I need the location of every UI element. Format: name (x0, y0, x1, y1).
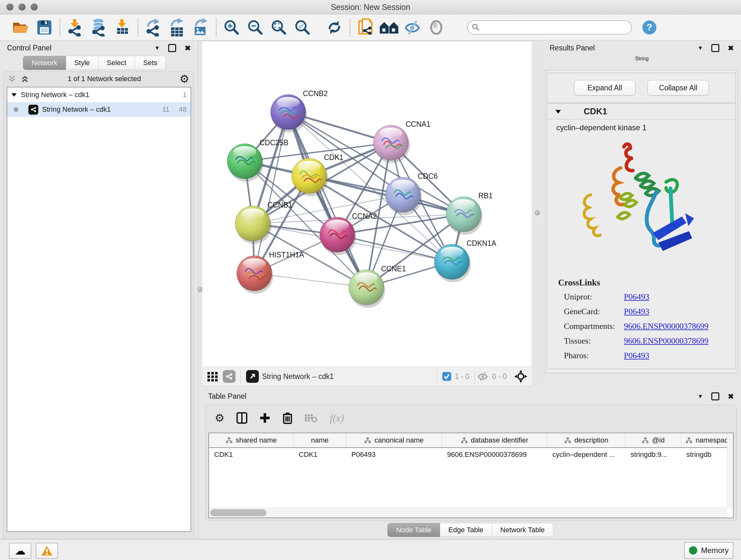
main-toolbar: ? (0, 14, 741, 41)
export-table-icon (169, 18, 186, 37)
table-row[interactable]: CDK1CDK1P064939606.ENSP00000378699cyclin… (209, 448, 733, 461)
crosslink-link[interactable]: P06493 (624, 351, 649, 361)
memory-button[interactable]: Memory (684, 542, 733, 559)
import-network-button[interactable] (64, 16, 87, 39)
scrollbar-thumb[interactable] (210, 509, 266, 516)
column-tree-icon (226, 437, 232, 443)
clone-network-button[interactable] (354, 16, 377, 39)
network-node-HIST1H1A[interactable]: HIST1H1A (237, 251, 305, 294)
expand-all-icon[interactable] (21, 75, 29, 83)
column-header-database-identifier[interactable]: database identifier (442, 433, 547, 447)
export-network-button[interactable] (142, 16, 165, 39)
right-splitter-handle[interactable] (535, 210, 540, 215)
export-image-button[interactable] (189, 16, 212, 39)
zoom-selected-button[interactable] (291, 16, 314, 39)
delete-column-icon[interactable] (282, 412, 293, 424)
network-overview-button[interactable] (377, 16, 401, 39)
table-options-gear-icon[interactable]: ⚙ (215, 413, 224, 423)
panel-close-icon[interactable]: ✖ (185, 44, 191, 52)
selected-nodes-checkbox-icon[interactable] (442, 372, 452, 381)
collapse-all-icon[interactable] (8, 75, 16, 83)
network-node-CCNA1[interactable]: CCNA1 (374, 120, 430, 163)
network-node-CCNB2[interactable]: CCNB2 (271, 89, 328, 132)
network-node-RB1[interactable]: RB1 (446, 192, 493, 235)
column-header-label: @id (652, 436, 664, 444)
node-label-CCNA1: CCNA1 (406, 120, 430, 128)
crosslink-link[interactable]: P06493 (624, 307, 649, 316)
network-node-CCNA2[interactable]: CCNA2 (320, 212, 377, 255)
tree-expand-icon[interactable] (11, 92, 17, 97)
tab-select[interactable]: Select (98, 56, 135, 70)
export-image-icon (192, 18, 209, 37)
network-row[interactable]: String Network – cdk1 11 48 (7, 102, 191, 117)
panel-close-icon[interactable]: ✖ (728, 393, 734, 400)
export-table-button[interactable] (165, 16, 189, 39)
crosslink-link[interactable]: P06493 (624, 292, 649, 302)
birds-eye-crosshair-icon[interactable] (515, 370, 527, 383)
network-node-CDC25B[interactable]: CDC25B (227, 138, 288, 182)
table-cell: stringdb (681, 448, 734, 461)
delete-table-icon (305, 413, 318, 423)
detach-view-icon[interactable] (246, 370, 259, 383)
hide-graphics-details-button[interactable] (401, 16, 424, 39)
save-session-button[interactable] (32, 16, 56, 39)
panel-float-icon[interactable] (711, 44, 719, 52)
tab-edge-table[interactable]: Edge Table (440, 523, 492, 537)
crosslink-row: Uniprot:P06493 (564, 290, 736, 304)
zoom-fit-button[interactable] (267, 16, 291, 39)
network-collection-row[interactable]: String Network – cdk1 1 (7, 87, 191, 102)
gene-collapse-icon[interactable] (555, 109, 561, 114)
network-list-panel: 1 of 1 Network selected ⚙ String Network… (3, 71, 194, 560)
panel-close-icon[interactable]: ✖ (728, 44, 734, 52)
crosslink-link[interactable]: 9606.ENSP00000378699 (624, 336, 709, 346)
apply-layout-button[interactable] (323, 16, 346, 39)
collapse-all-button[interactable]: Collapse All (648, 80, 709, 96)
import-network-from-database-button[interactable] (87, 16, 111, 39)
grid-view-icon[interactable] (207, 371, 218, 382)
network-edge-CCNB2-HIST1H1A[interactable] (254, 112, 288, 273)
title-bar: Session: New Session (0, 0, 741, 14)
hidden-eye-slash-icon[interactable] (477, 372, 489, 381)
tab-network[interactable]: Network (23, 56, 66, 70)
left-splitter-handle[interactable] (197, 287, 203, 292)
open-session-button[interactable] (9, 16, 32, 39)
zoom-in-button[interactable] (220, 16, 244, 39)
results-panel: Results Panel ▼ ✖ String Expand All Coll… (542, 41, 741, 386)
panel-float-icon[interactable] (168, 44, 176, 52)
panel-menu-icon[interactable]: ▼ (154, 45, 160, 51)
tab-sets[interactable]: Sets (135, 56, 166, 70)
help-button[interactable]: ? (637, 16, 661, 39)
column-header-namespace[interactable]: namespace (681, 433, 734, 447)
column-header-name[interactable]: name (293, 433, 346, 447)
panel-float-icon[interactable] (711, 392, 719, 400)
add-column-icon[interactable] (259, 413, 270, 423)
column-header-shared-name[interactable]: shared name (209, 433, 293, 447)
network-node-CDC6[interactable]: CDC6 (386, 172, 438, 215)
panel-menu-icon[interactable]: ▼ (697, 394, 703, 399)
tab-string[interactable]: String (635, 56, 649, 62)
network-options-gear-icon[interactable]: ⚙ (180, 73, 189, 84)
cloud-status-button[interactable]: ☁ (9, 543, 31, 559)
network-edge-CCNB2-CCNE1[interactable] (288, 112, 366, 287)
column-header-description[interactable]: description (547, 433, 625, 447)
crosslink-link[interactable]: 9606.ENSP00000378699 (624, 321, 709, 331)
node-label-CCNE1: CCNE1 (381, 265, 406, 273)
table-vertical-scrollbar[interactable] (727, 433, 733, 508)
network-view[interactable]: CCNB2CCNA1CDC25BCDK1CDC6RB1CCNB1CCNA2CDK… (202, 42, 532, 367)
tab-style[interactable]: Style (66, 56, 98, 70)
show-columns-icon[interactable] (237, 412, 247, 424)
warnings-button[interactable] (36, 543, 58, 559)
import-table-button[interactable] (111, 16, 134, 39)
column-header-@id[interactable]: @id (625, 433, 681, 447)
network-view-mode-icon[interactable] (223, 370, 235, 383)
show-graphics-details-button[interactable] (424, 16, 448, 39)
zoom-out-button[interactable] (244, 16, 267, 39)
tab-network-table[interactable]: Network Table (492, 523, 553, 537)
search-input[interactable] (467, 20, 632, 35)
tab-node-table[interactable]: Node Table (387, 523, 440, 537)
table-horizontal-scrollbar[interactable] (209, 508, 727, 517)
column-header-canonical-name[interactable]: canonical name (346, 433, 442, 447)
panel-menu-icon[interactable]: ▼ (697, 45, 703, 51)
network-tree: String Network – cdk1 1 String Network –… (7, 87, 191, 532)
expand-all-button[interactable]: Expand All (574, 80, 635, 96)
